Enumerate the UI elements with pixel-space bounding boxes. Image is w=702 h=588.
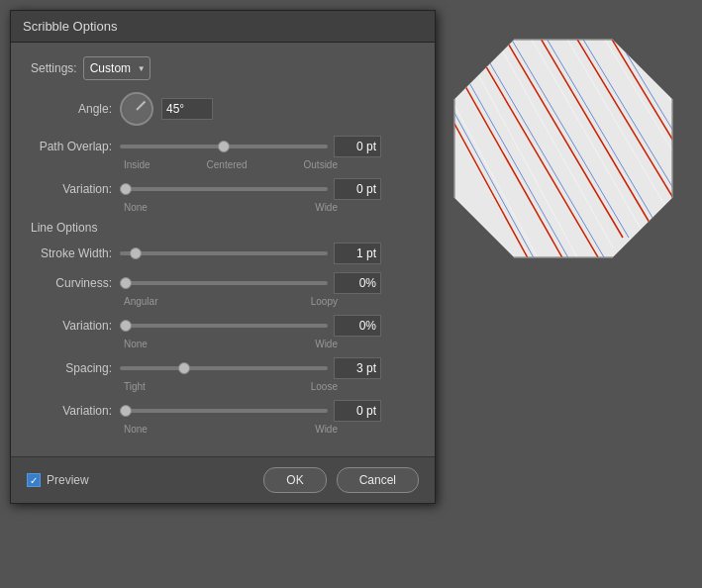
variation3-none: None <box>124 424 148 435</box>
spacing-loose: Loose <box>311 381 338 392</box>
dialog-footer: ✓ Preview OK Cancel <box>11 456 435 503</box>
preview-checkbox[interactable]: ✓ <box>27 473 41 487</box>
settings-select-wrapper: Custom Default Snarl Loose <box>83 56 150 80</box>
dialog-body: Settings: Custom Default Snarl Loose Ang… <box>11 43 435 456</box>
settings-label: Settings: <box>31 61 77 75</box>
variation3-sublabels: None Wide <box>31 424 338 435</box>
stroke-width-value[interactable] <box>334 243 381 264</box>
variation1-row: Variation: <box>31 178 415 200</box>
footer-buttons: OK Cancel <box>263 467 419 493</box>
curviness-angular: Angular <box>124 296 157 307</box>
line-options-header: Line Options <box>31 221 415 235</box>
variation2-slider[interactable] <box>120 324 328 328</box>
curviness-row: Curviness: <box>31 272 415 294</box>
variation1-value[interactable] <box>334 178 381 200</box>
settings-select[interactable]: Custom Default Snarl Loose <box>83 56 150 80</box>
variation3-label: Variation: <box>31 404 120 418</box>
spacing-tight: Tight <box>124 381 146 392</box>
preview-label: Preview <box>47 473 89 487</box>
spacing-slider[interactable] <box>120 366 328 370</box>
variation2-value[interactable] <box>334 315 381 337</box>
cancel-button[interactable]: Cancel <box>337 467 419 493</box>
path-overlap-outside: Outside <box>304 159 338 170</box>
curviness-value[interactable] <box>334 272 381 294</box>
spacing-row: Spacing: <box>31 357 415 379</box>
stroke-width-row: Stroke Width: <box>31 243 415 264</box>
path-overlap-inside: Inside <box>124 159 150 170</box>
dialog-titlebar: Scribble Options <box>11 11 435 43</box>
preview-area <box>445 30 682 267</box>
angle-input[interactable] <box>161 98 213 120</box>
spacing-sublabels: Tight Loose <box>31 381 338 392</box>
path-overlap-value[interactable] <box>334 136 381 157</box>
variation1-sublabels: None Wide <box>31 202 338 213</box>
dialog-title: Scribble Options <box>23 19 117 34</box>
variation3-slider[interactable] <box>120 409 328 413</box>
curviness-label: Curviness: <box>31 276 120 290</box>
variation3-wide: Wide <box>315 424 338 435</box>
settings-row: Settings: Custom Default Snarl Loose <box>31 56 415 80</box>
variation1-slider[interactable] <box>120 187 328 191</box>
variation1-wide: Wide <box>315 202 338 213</box>
curviness-loopy: Loopy <box>311 296 338 307</box>
path-overlap-sublabels: Inside Centered Outside <box>31 159 338 170</box>
variation3-row: Variation: <box>31 400 415 422</box>
angle-dial[interactable] <box>120 92 153 126</box>
preview-svg <box>445 30 682 267</box>
spacing-value[interactable] <box>334 357 381 379</box>
variation2-label: Variation: <box>31 319 120 333</box>
variation2-wide: Wide <box>315 339 338 349</box>
variation2-none: None <box>124 339 148 349</box>
variation1-none: None <box>124 202 148 213</box>
svg-marker-1 <box>454 40 672 257</box>
variation2-row: Variation: <box>31 315 415 337</box>
variation3-value[interactable] <box>334 400 381 422</box>
variation1-label: Variation: <box>31 182 120 196</box>
spacing-label: Spacing: <box>31 361 120 375</box>
path-overlap-centered: Centered <box>207 159 248 170</box>
path-overlap-slider[interactable] <box>120 145 328 148</box>
angle-label: Angle: <box>31 102 120 116</box>
preview-check: ✓ Preview <box>27 473 89 487</box>
ok-button[interactable]: OK <box>263 467 326 493</box>
path-overlap-label: Path Overlap: <box>31 140 120 153</box>
stroke-width-slider[interactable] <box>120 251 328 255</box>
scribble-options-dialog: Scribble Options Settings: Custom Defaul… <box>10 10 436 504</box>
path-overlap-row: Path Overlap: <box>31 136 415 157</box>
variation2-sublabels: None Wide <box>31 339 338 349</box>
angle-section: Angle: <box>31 92 415 126</box>
curviness-sublabels: Angular Loopy <box>31 296 338 307</box>
stroke-width-label: Stroke Width: <box>31 246 120 260</box>
curviness-slider[interactable] <box>120 281 328 285</box>
